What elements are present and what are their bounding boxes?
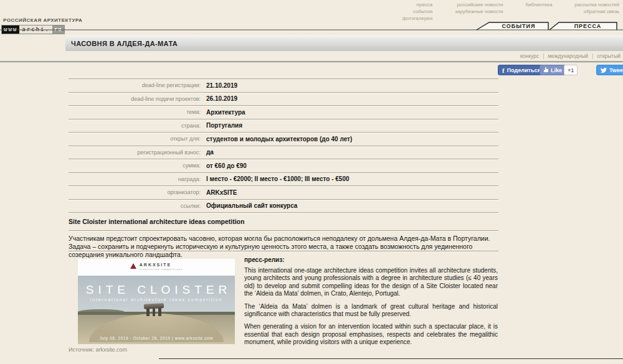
- footer-divider: [159, 358, 623, 359]
- detail-label: dead-line подачи проектов:: [69, 96, 206, 102]
- source-label: Источник:: [69, 347, 94, 353]
- competition-poster-image[interactable]: ARKXSITE architecture competitions SITE …: [78, 259, 235, 344]
- detail-value: 21.10.2019: [206, 82, 237, 89]
- tab-press[interactable]: ПРЕССА: [559, 23, 617, 29]
- subnav-international[interactable]: международный: [548, 53, 588, 59]
- press-paragraph-2: The ‘Aldeia da Mata’ dolmen is a landmar…: [244, 303, 498, 319]
- detail-row-links: ссылки: Официальный сайт конкурса: [69, 200, 498, 213]
- top-nav-col-contact: рассылка новостей обратная связь: [574, 2, 619, 21]
- nav-link-sobytiya[interactable]: события: [413, 9, 432, 14]
- facebook-like-button[interactable]: Like: [540, 65, 566, 75]
- facebook-icon: f: [502, 67, 505, 74]
- twitter-bird-icon: [601, 67, 607, 73]
- detail-value: 26.10.2019: [206, 95, 237, 102]
- press-release: пресс-релиз: This international one-stag…: [244, 256, 498, 352]
- nav-link-pressa[interactable]: пресса: [417, 2, 433, 7]
- detail-label: организатор:: [69, 189, 206, 195]
- page-title-band: ЧАСОВНЯ В АЛДЕЯ-ДА-МАТА: [65, 35, 623, 51]
- google-plus-one-button[interactable]: +1: [564, 65, 578, 75]
- detail-row-theme: тема: Архитектура: [69, 106, 498, 119]
- tweet-label: Tweet: [609, 67, 623, 73]
- dolmen-illustration: [143, 304, 165, 317]
- detail-row-submission-deadline: dead-line подачи проектов: 26.10.2019: [69, 93, 498, 106]
- subnav-open[interactable]: открытый: [597, 53, 621, 59]
- detail-row-registration-deadline: dead-line регистрации: 21.10.2019: [69, 79, 498, 93]
- poster-subtitle: international architecture ideas competi…: [78, 297, 235, 302]
- nav-link-russian-news[interactable]: российские новости: [457, 2, 503, 7]
- lead-divider: [69, 251, 498, 251]
- detail-value: Португалия: [206, 122, 242, 129]
- tab-events[interactable]: СОБЫТИЯ: [489, 23, 548, 29]
- detail-row-open-for: открыт для: студентов и молодых архитект…: [69, 133, 498, 146]
- main-divider: [0, 61, 623, 63]
- detail-row-fee-amount: сумма: от €60 до €90: [69, 159, 498, 173]
- nav-link-feedback[interactable]: обратная связь: [584, 9, 619, 14]
- detail-value: Архитектура: [206, 109, 245, 116]
- detail-value: да: [206, 149, 214, 156]
- subnav-separator: |: [543, 53, 544, 59]
- top-nav-col-news: российские новости зарубежные новости: [455, 2, 503, 21]
- press-release-label: пресс-релиз:: [244, 256, 498, 263]
- detail-row-country: страна: Португалия: [69, 119, 498, 133]
- detail-label: тема:: [69, 109, 206, 115]
- like-label: Like: [551, 67, 562, 73]
- competition-details-table: dead-line регистрации: 21.10.2019 dead-l…: [69, 78, 498, 213]
- arkxsite-logo-name: ARKXSITE: [140, 263, 183, 267]
- detail-value: студентов и молодых архитекторов (до 40 …: [206, 136, 352, 142]
- poster-title: SITE CLOISTER: [78, 283, 235, 297]
- detail-label: страна:: [69, 123, 206, 129]
- detail-value: ARKxSITE: [206, 189, 237, 196]
- page-title: ЧАСОВНЯ В АЛДЕЯ-ДА-МАТА: [65, 36, 623, 51]
- arkxsite-logo: ARKXSITE architecture competitions: [78, 263, 235, 271]
- facebook-share-label: Поделиться: [507, 67, 541, 73]
- subnav-konkurs[interactable]: конкурс: [520, 53, 539, 59]
- top-navigation: пресса события фотогалереи российские но…: [402, 2, 619, 21]
- nav-link-library[interactable]: библиотека: [526, 2, 553, 7]
- press-paragraph-3: When generating a vision for an interven…: [244, 323, 498, 346]
- nav-link-newsletter[interactable]: рассылка новостей: [574, 2, 619, 7]
- detail-label: ссылки:: [69, 203, 206, 209]
- top-nav-col-press: пресса события фотогалереи: [402, 2, 433, 21]
- category-subnav: конкурс|международный|открытый: [520, 53, 621, 59]
- article-heading: Site Cloister international architecture…: [69, 218, 498, 225]
- top-nav-col-library: библиотека: [526, 2, 553, 21]
- arkxsite-logo-subtitle: architecture competitions: [140, 268, 183, 271]
- poster-dates: July 08, 2019 - October 26, 2019 | www.a…: [78, 336, 235, 340]
- detail-label: награда:: [69, 176, 206, 182]
- subnav-separator: |: [592, 53, 593, 59]
- nav-link-fotogalerei[interactable]: фотогалереи: [402, 16, 433, 21]
- arkxsite-triangle-icon: [130, 263, 136, 269]
- detail-value: I место - €2000; II место - €1000; III м…: [206, 175, 350, 182]
- article-lead: Участникам предстоит спроектировать часо…: [69, 235, 497, 259]
- thumbs-up-icon: [544, 68, 548, 72]
- detail-row-registration-fee: регистрационный взнос: да: [69, 146, 498, 160]
- press-paragraph-1: This international one-stage architectur…: [244, 267, 498, 298]
- official-site-link[interactable]: Официальный сайт конкурса: [206, 202, 297, 209]
- detail-label: открыт для:: [69, 136, 206, 142]
- tweet-button[interactable]: Tweet: [596, 65, 623, 75]
- plus-one-label: +1: [568, 67, 574, 73]
- detail-label: сумма:: [69, 162, 206, 169]
- detail-value: от €60 до €90: [206, 162, 247, 169]
- detail-row-prize: награда: I место - €2000; II место - €10…: [69, 173, 498, 187]
- source-line: Источник: arkxsite.com: [69, 347, 127, 353]
- detail-row-organizer: организатор: ARKxSITE: [69, 186, 498, 200]
- detail-label: dead-line регистрации:: [69, 82, 206, 88]
- heading-divider: [69, 230, 498, 231]
- page: пресса события фотогалереи российские но…: [0, 0, 623, 364]
- detail-label: регистрационный взнос:: [69, 149, 206, 156]
- source-link[interactable]: arkxsite.com: [95, 347, 127, 353]
- nav-link-foreign-news[interactable]: зарубежные новости: [455, 9, 503, 14]
